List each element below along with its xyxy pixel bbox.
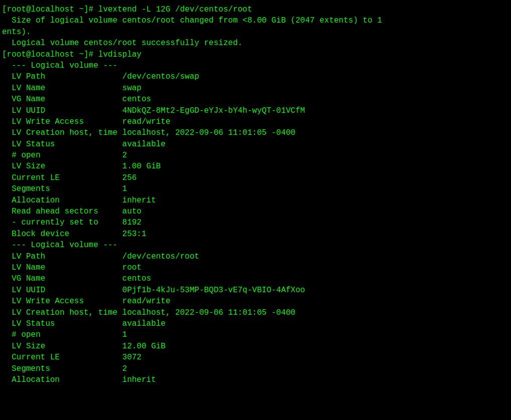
terminal-line-24: LV Name root — [0, 262, 511, 273]
terminal-line-26: LV UUID 0Pjf1b-4kJu-53MP-BQD3-vE7q-VBIO-… — [0, 285, 511, 296]
terminal-line-34: Allocation inherit — [0, 374, 511, 385]
terminal-line-5: --- Logical volume --- — [0, 60, 511, 71]
terminal-line-0: [root@localhost ~]# lvextend -L 12G /dev… — [0, 4, 511, 15]
terminal-line-6: LV Path /dev/centos/swap — [0, 71, 511, 82]
terminal-line-18: Read ahead sectors auto — [0, 206, 511, 217]
terminal-line-11: LV Creation host, time localhost, 2022-0… — [0, 127, 511, 138]
terminal-line-16: Segments 1 — [0, 183, 511, 194]
terminal-line-27: LV Write Access read/write — [0, 296, 511, 307]
terminal-line-12: LV Status available — [0, 139, 511, 150]
terminal-line-25: VG Name centos — [0, 273, 511, 284]
terminal-line-28: LV Creation host, time localhost, 2022-0… — [0, 307, 511, 318]
terminal-line-8: VG Name centos — [0, 94, 511, 105]
terminal-line-7: LV Name swap — [0, 83, 511, 94]
terminal-line-19: - currently set to 8192 — [0, 217, 511, 228]
terminal-line-2: ents). — [0, 27, 511, 38]
terminal-line-15: Current LE 256 — [0, 172, 511, 183]
terminal-line-4: [root@localhost ~]# lvdisplay — [0, 49, 511, 60]
terminal-line-22: --- Logical volume --- — [0, 240, 511, 251]
terminal-line-33: Segments 2 — [0, 363, 511, 374]
terminal-line-14: LV Size 1.00 GiB — [0, 161, 511, 172]
terminal-line-20: Block device 253:1 — [0, 229, 511, 240]
terminal-line-29: LV Status available — [0, 318, 511, 329]
terminal-line-23: LV Path /dev/centos/root — [0, 251, 511, 262]
terminal-line-3: Logical volume centos/root successfully … — [0, 38, 511, 49]
terminal-line-10: LV Write Access read/write — [0, 116, 511, 127]
terminal-line-1: Size of logical volume centos/root chang… — [0, 15, 511, 26]
terminal-window: [root@localhost ~]# lvextend -L 12G /dev… — [0, 2, 511, 387]
terminal-line-30: # open 1 — [0, 329, 511, 340]
terminal-line-31: LV Size 12.00 GiB — [0, 341, 511, 352]
terminal-line-9: LV UUID 4NDkQZ-8Mt2-EgGD-eYJx-bY4h-wyQT-… — [0, 105, 511, 116]
terminal-line-17: Allocation inherit — [0, 195, 511, 206]
terminal-line-32: Current LE 3072 — [0, 352, 511, 363]
terminal-line-13: # open 2 — [0, 150, 511, 161]
